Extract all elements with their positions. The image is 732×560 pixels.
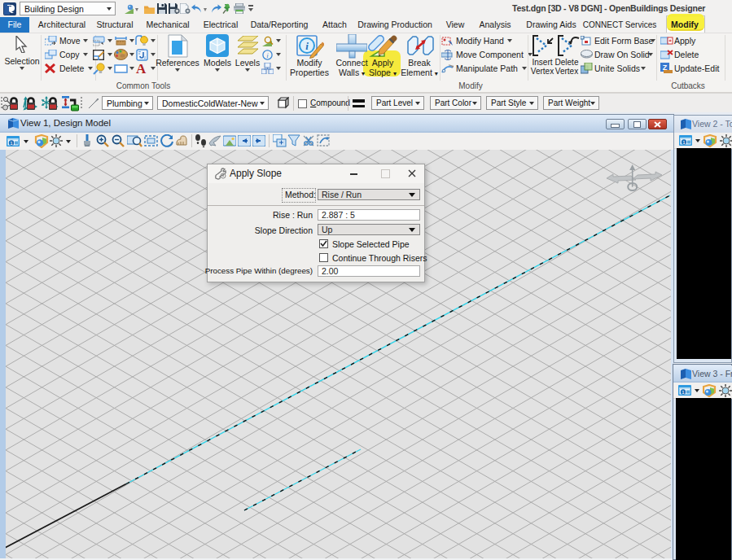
- svg-text:i: i: [305, 40, 309, 52]
- svg-text:i: i: [266, 51, 269, 59]
